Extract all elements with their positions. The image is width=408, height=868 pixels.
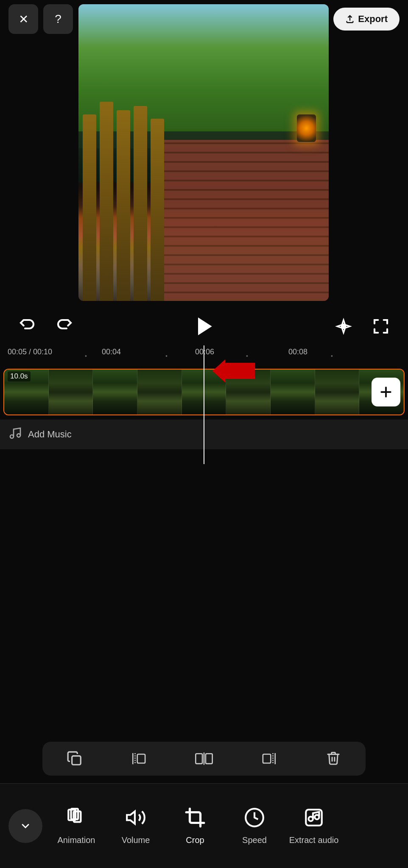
lantern: [297, 114, 316, 142]
top-bar: ✕ ? Export: [0, 0, 408, 38]
keyframe-icon: [335, 318, 352, 335]
track-frame: [49, 370, 93, 415]
svg-rect-20: [74, 811, 81, 822]
svg-rect-15: [263, 754, 271, 763]
trim-end-tool-button[interactable]: [236, 745, 301, 772]
chevron-down-icon: [20, 820, 31, 832]
trim-start-tool-button[interactable]: [107, 745, 171, 772]
svg-point-5: [10, 435, 14, 438]
animation-label: Animation: [58, 835, 95, 845]
split-icon: [195, 751, 213, 767]
svg-rect-12: [196, 754, 202, 764]
track-frame: [137, 370, 182, 415]
crop-icon: [184, 807, 206, 831]
svg-rect-8: [72, 756, 81, 765]
extract-audio-tool[interactable]: Extract audio: [284, 792, 344, 860]
export-button[interactable]: Export: [333, 8, 400, 31]
track-frame: [315, 370, 360, 415]
extract-audio-svg-icon: [303, 807, 324, 828]
fence-post: [134, 106, 147, 301]
chevron-down-button[interactable]: [8, 809, 42, 843]
volume-icon: [125, 807, 146, 831]
time-mark-2: 00:06: [195, 348, 214, 356]
fence-area: [78, 106, 180, 301]
crop-tool[interactable]: Crop: [165, 792, 225, 860]
undo-button[interactable]: [17, 316, 37, 337]
fence-post: [83, 114, 96, 301]
svg-point-1: [342, 325, 345, 328]
time-mark-1: 00:04: [102, 348, 121, 356]
play-button[interactable]: [190, 313, 218, 340]
playhead-line: [204, 345, 204, 464]
animation-icon: [66, 807, 87, 831]
svg-rect-14: [206, 754, 212, 764]
trash-icon: [326, 751, 341, 767]
fullscreen-icon: [372, 318, 389, 335]
redo-button[interactable]: [54, 316, 75, 337]
undo-icon: [19, 318, 36, 335]
play-icon: [192, 314, 216, 338]
editing-tools-bar: [42, 742, 366, 776]
export-icon: [345, 14, 355, 24]
fence-post: [100, 102, 113, 301]
volume-label: Volume: [122, 835, 150, 845]
add-music-label: Add Music: [28, 429, 72, 440]
crop-svg-icon: [184, 807, 206, 828]
music-note-icon: [8, 426, 22, 443]
track-duration-label: 10.0s: [8, 371, 31, 381]
bottom-toolbar: Animation Volume Crop S: [0, 783, 408, 868]
delete-tool-button[interactable]: [301, 745, 366, 772]
extract-audio-label: Extract audio: [289, 835, 339, 845]
speed-label: Speed: [242, 835, 267, 845]
duplicate-tool-button[interactable]: [42, 745, 107, 772]
svg-marker-21: [127, 811, 135, 823]
close-button[interactable]: ✕: [8, 4, 38, 34]
trim-start-icon: [131, 751, 148, 767]
arrow-indicator: [212, 359, 255, 384]
ctrl-left: [17, 316, 75, 337]
plus-icon: [379, 385, 393, 399]
playback-controls: [0, 309, 408, 343]
left-arrow-icon: [212, 359, 255, 382]
fence-post: [117, 110, 130, 301]
ctrl-right: [333, 316, 391, 337]
brick-wall: [155, 140, 329, 301]
music-icon: [8, 426, 22, 440]
svg-point-6: [17, 434, 20, 437]
split-tool-button[interactable]: [172, 745, 236, 772]
track-frame: [93, 370, 137, 415]
fence-post: [151, 119, 164, 301]
speed-tool[interactable]: Speed: [225, 792, 284, 860]
volume-svg-icon: [125, 807, 146, 828]
speed-svg-icon: [244, 807, 265, 828]
svg-rect-11: [137, 754, 145, 763]
video-preview: [78, 4, 329, 301]
add-clip-button[interactable]: [372, 378, 400, 406]
volume-tool[interactable]: Volume: [106, 792, 165, 860]
time-current: 00:05 / 00:10: [8, 348, 52, 356]
track-frame: [271, 370, 315, 415]
keyframe-button[interactable]: [333, 316, 354, 337]
svg-marker-2: [212, 359, 255, 382]
video-frame: [78, 4, 329, 301]
trim-end-icon: [260, 751, 277, 767]
duplicate-icon: [67, 751, 83, 767]
fullscreen-button[interactable]: [371, 316, 391, 337]
time-mark-3: 00:08: [288, 348, 307, 356]
top-bar-left: ✕ ?: [8, 4, 73, 34]
help-button[interactable]: ?: [43, 4, 73, 34]
crop-label: Crop: [186, 835, 204, 845]
speed-icon: [244, 807, 265, 831]
redo-icon: [56, 318, 73, 335]
svg-marker-0: [198, 317, 212, 335]
extract-audio-icon: [303, 807, 324, 831]
animation-svg-icon: [66, 807, 87, 828]
animation-tool[interactable]: Animation: [47, 792, 106, 860]
